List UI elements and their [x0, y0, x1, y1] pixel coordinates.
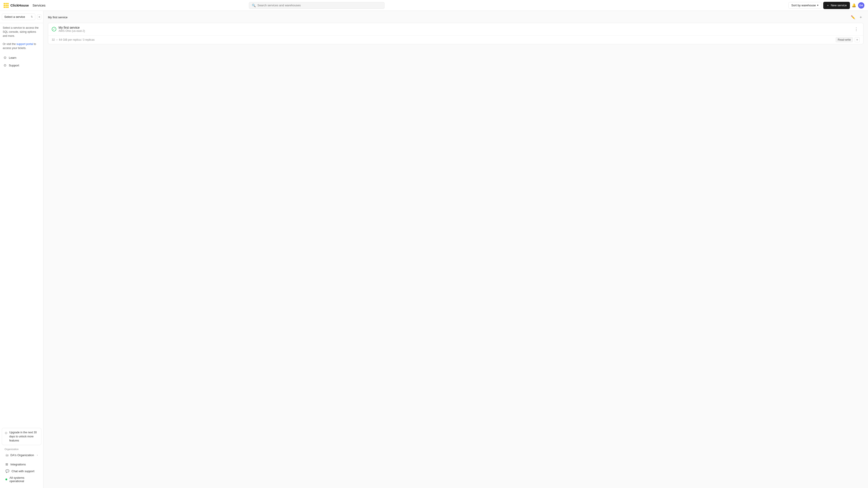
section-actions: ✏️ ＋ [850, 14, 864, 20]
footer-item-status-label: All systems operational [9, 476, 38, 483]
sidebar-item-learn-label: Learn [9, 56, 16, 59]
avatar[interactable]: DA [858, 2, 864, 8]
sort-label: Sort by warehouse [792, 4, 816, 7]
upgrade-icon: ⊙ [5, 431, 7, 435]
service-specs: 32 ↔ 64 GiB per replica / 3 replicas [52, 38, 94, 41]
learn-icon: ⊙ [4, 56, 6, 60]
support-icon: ⊙ [4, 63, 6, 67]
org-chevron-icon: › [37, 454, 38, 456]
service-region: AWS Ohio (us-east-2) [59, 29, 85, 33]
section-header: My first service ✏️ ＋ [48, 14, 864, 20]
sort-by-warehouse-button[interactable]: Sort by warehouse ▾ [788, 2, 822, 8]
service-section: My first service ✏️ ＋ ✓ My first service… [43, 11, 868, 48]
footer-item-chat[interactable]: 💬 Chat with support [2, 468, 41, 475]
service-card-footer: 32 ↔ 64 GiB per replica / 3 replicas Rea… [48, 35, 863, 44]
search-icon: 🔍 [252, 4, 256, 7]
logo-grid-icon [4, 3, 8, 8]
chat-icon: 💬 [5, 469, 9, 473]
sidebar-bottom: ⊙ Upgrade in the next 30 days to unlock … [0, 425, 43, 485]
service-info: My first service AWS Ohio (us-east-2) [59, 26, 85, 33]
section-title: My first service [48, 15, 68, 19]
sidebar-item-learn[interactable]: ⊙ Learn [0, 54, 43, 61]
new-service-label: New service [831, 4, 847, 7]
org-item[interactable]: 🗂 DA's Organization › [4, 452, 39, 458]
service-footer-right: Read-write ＋ [836, 37, 860, 42]
sidebar-footer: ⊞ Integrations 💬 Chat with support All s… [2, 459, 41, 485]
add-service-button[interactable]: ＋ [37, 14, 41, 20]
footer-item-integrations-label: Integrations [10, 463, 26, 466]
service-card-left: ✓ My first service AWS Ohio (us-east-2) [52, 26, 85, 33]
service-name: My first service [59, 26, 85, 29]
logo-text: ClickHouse [10, 3, 29, 7]
service-selector-label: Select a service [4, 15, 25, 19]
service-more-button[interactable]: ⋮ [853, 26, 860, 32]
logo: ClickHouse [4, 3, 29, 8]
footer-item-chat-label: Chat with support [11, 469, 34, 473]
notification-bell-icon[interactable]: 🔔 [852, 3, 856, 7]
status-dot-icon [5, 479, 7, 480]
sidebar-desc-text: Select a service to access the SQL conso… [3, 26, 39, 37]
service-card: ✓ My first service AWS Ohio (us-east-2) … [48, 23, 864, 44]
footer-item-status: All systems operational [2, 475, 41, 484]
upgrade-text: Upgrade in the next 30 days to unlock mo… [9, 430, 38, 443]
footer-item-integrations[interactable]: ⊞ Integrations [2, 461, 41, 468]
search-input[interactable] [257, 4, 381, 7]
sidebar-item-support-label: Support [9, 64, 19, 67]
chevron-down-icon: ▾ [817, 4, 818, 7]
org-label: Organization [4, 448, 39, 451]
service-status-icon: ✓ [52, 27, 56, 31]
header-right: Sort by warehouse ▾ ＋ New service 🔔 DA [788, 2, 864, 9]
page-title: Services [33, 3, 46, 7]
sidebar-service-selector-section: Select a service ⇅ ＋ [0, 13, 43, 23]
org-icon: 🗂 [5, 453, 8, 457]
org-name: DA's Organization [10, 453, 34, 457]
org-section: Organization 🗂 DA's Organization › [2, 445, 41, 459]
sidebar-item-support[interactable]: ⊙ Support [0, 61, 43, 69]
new-service-button[interactable]: ＋ New service [823, 2, 850, 9]
upgrade-banner[interactable]: ⊙ Upgrade in the next 30 days to unlock … [2, 428, 41, 445]
support-portal-link[interactable]: support portal [17, 42, 33, 46]
chevron-updown-icon: ⇅ [31, 15, 33, 18]
edit-section-button[interactable]: ✏️ [850, 15, 856, 20]
main-content: My first service ✏️ ＋ ✓ My first service… [43, 11, 868, 488]
service-add-button[interactable]: ＋ [855, 37, 860, 42]
main-layout: Select a service ⇅ ＋ Select a service to… [0, 11, 868, 488]
app-header: ClickHouse Services 🔍 Sort by warehouse … [0, 0, 868, 11]
sidebar: Select a service ⇅ ＋ Select a service to… [0, 11, 43, 488]
service-card-header: ✓ My first service AWS Ohio (us-east-2) … [48, 23, 863, 35]
sidebar-nav: ⊙ Learn ⊙ Support [0, 52, 43, 425]
add-section-button[interactable]: ＋ [858, 14, 864, 20]
search-bar[interactable]: 🔍 [249, 2, 384, 9]
plus-icon: ＋ [827, 3, 829, 7]
service-selector-dropdown[interactable]: Select a service ⇅ [2, 13, 35, 20]
service-badge: Read-write [836, 37, 853, 42]
sidebar-description: Select a service to access the SQL conso… [0, 23, 43, 52]
integrations-icon: ⊞ [5, 462, 8, 466]
